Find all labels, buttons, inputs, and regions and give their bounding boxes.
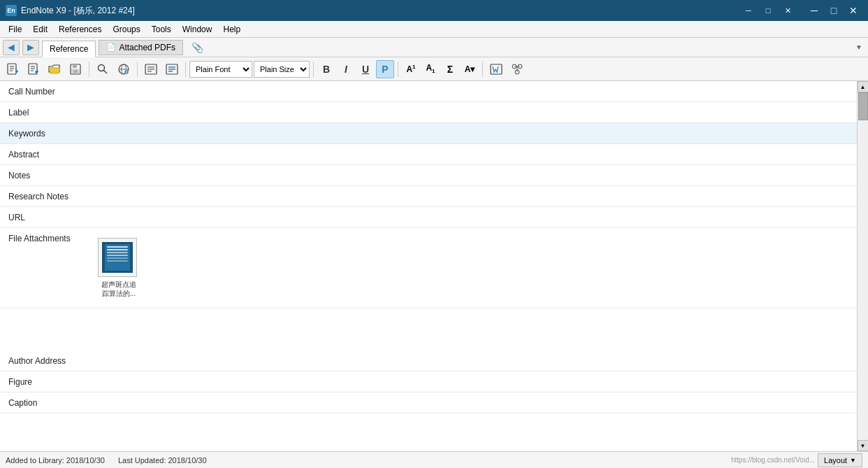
online-search-button[interactable] xyxy=(114,59,133,79)
label-author-address: Author Address xyxy=(8,355,92,366)
sub-close-button[interactable]: ✕ xyxy=(779,3,797,17)
symbol-button[interactable]: Σ xyxy=(441,60,459,78)
field-figure: Figure xyxy=(0,371,857,392)
sub-restore-button[interactable]: □ xyxy=(759,3,777,17)
field-url: URL xyxy=(0,207,857,228)
subscript-button[interactable]: A1 xyxy=(421,60,440,78)
format-bib-icon xyxy=(166,63,178,76)
main-container: Call Number Label Keywords Abstract Note… xyxy=(0,81,868,451)
font-color-button[interactable]: A▾ xyxy=(461,60,479,78)
group-sets-icon xyxy=(511,63,523,76)
attachment-filename: 超声斑点追踪算法的... xyxy=(98,280,140,298)
attachment-area: 超声斑点追踪算法的... xyxy=(98,232,848,304)
scrollbar: ▲ ▼ xyxy=(857,81,868,451)
svg-rect-12 xyxy=(72,69,79,73)
field-abstract: Abstract xyxy=(0,144,857,165)
field-keywords: Keywords xyxy=(0,123,857,144)
label-file-attachments: File Attachments xyxy=(8,232,92,243)
tab-attached-pdfs[interactable]: 📄 Attached PDFs xyxy=(99,40,183,55)
toolbar: Plain Font Plain Size B I U P A1 A1 Σ A▾ xyxy=(0,57,868,81)
status-info: Added to Library: 2018/10/30 Last Update… xyxy=(6,456,207,465)
font-selector[interactable]: Plain Font xyxy=(189,61,252,78)
restore-button[interactable]: □ xyxy=(825,3,843,17)
globe-search-icon xyxy=(117,63,130,76)
field-label: Label xyxy=(0,102,857,123)
back-button[interactable]: ◄ xyxy=(3,40,20,55)
bold-button[interactable]: B xyxy=(317,60,335,78)
separator-2 xyxy=(137,62,138,77)
separator-1 xyxy=(89,62,89,77)
group-sets-button[interactable] xyxy=(507,59,527,79)
scroll-track[interactable] xyxy=(858,92,868,440)
label-research-notes: Research Notes xyxy=(8,190,92,201)
forward-button[interactable]: ► xyxy=(22,40,39,55)
menu-groups[interactable]: Groups xyxy=(107,22,145,37)
scroll-thumb[interactable] xyxy=(858,92,868,120)
edit-ref-button[interactable] xyxy=(24,59,43,79)
tab-reference-label: Reference xyxy=(50,44,88,54)
plain-text-button[interactable]: P xyxy=(376,60,394,78)
sub-minimize-button[interactable]: ─ xyxy=(739,3,758,17)
attachment-thumb-inner xyxy=(102,242,133,273)
tab-pdfs-label: Attached PDFs xyxy=(119,43,175,52)
layout-button[interactable]: Layout ▼ xyxy=(818,453,862,467)
svg-rect-11 xyxy=(73,64,77,68)
content-area[interactable]: Call Number Label Keywords Abstract Note… xyxy=(0,81,857,451)
italic-button[interactable]: I xyxy=(337,60,355,78)
scroll-down-arrow[interactable]: ▼ xyxy=(858,440,869,451)
tab-reference[interactable]: Reference xyxy=(42,41,96,57)
title-bar-title: EndNote X9 - [杨乐, 2012 #24] xyxy=(21,5,135,17)
insert-citation-icon xyxy=(145,63,157,76)
search-icon xyxy=(96,63,109,76)
title-bar: En EndNote X9 - [杨乐, 2012 #24] ─ □ ✕ ─ □… xyxy=(0,0,868,21)
minimize-button[interactable]: ─ xyxy=(805,3,823,17)
watermark-text: https://blog.csdn.net/Void... xyxy=(731,456,815,464)
label-call-number: Call Number xyxy=(8,85,92,97)
field-research-notes: Research Notes xyxy=(0,186,857,207)
paperclip-icon: 📎 xyxy=(191,42,203,53)
svg-point-15 xyxy=(99,64,105,71)
label-caption: Caption xyxy=(8,397,92,408)
separator-6 xyxy=(482,62,483,77)
tabs-bar: ◄ ► Reference 📄 Attached PDFs 📎 ▼ xyxy=(0,38,868,57)
menu-references[interactable]: References xyxy=(53,22,107,37)
svg-line-16 xyxy=(104,70,108,73)
word-processor-button[interactable] xyxy=(486,59,506,79)
spacer-after-attachments xyxy=(0,309,857,350)
open-folder-icon xyxy=(48,63,61,76)
save-button[interactable] xyxy=(66,59,85,79)
format-bibliography-button[interactable] xyxy=(162,59,182,79)
insert-citation-button[interactable] xyxy=(141,59,161,79)
svg-rect-31 xyxy=(491,64,502,74)
menu-bar: File Edit References Groups Tools Window… xyxy=(0,21,868,38)
tabs-dropdown-arrow[interactable]: ▼ xyxy=(855,43,862,51)
separator-4 xyxy=(313,62,314,77)
field-file-attachments: File Attachments xyxy=(0,228,857,309)
title-bar-controls: ─ □ ✕ ─ □ ✕ xyxy=(739,3,862,17)
scroll-up-arrow[interactable]: ▲ xyxy=(858,81,869,92)
pdf-icon: 📄 xyxy=(106,43,116,52)
separator-3 xyxy=(185,62,186,77)
find-button[interactable] xyxy=(93,59,113,79)
field-call-number: Call Number xyxy=(0,81,857,102)
menu-file[interactable]: File xyxy=(3,22,27,37)
menu-tools[interactable]: Tools xyxy=(146,22,177,37)
open-folder-button[interactable] xyxy=(45,59,64,79)
underline-button[interactable]: U xyxy=(356,60,375,78)
value-file-attachments[interactable]: 超声斑点追踪算法的... xyxy=(92,232,848,304)
status-bar: Added to Library: 2018/10/30 Last Update… xyxy=(0,451,868,468)
field-notes: Notes xyxy=(0,165,857,186)
superscript-button[interactable]: A1 xyxy=(402,60,420,78)
close-button[interactable]: ✕ xyxy=(844,3,862,17)
menu-window[interactable]: Window xyxy=(177,22,218,37)
new-ref-icon xyxy=(6,63,19,76)
menu-help[interactable]: Help xyxy=(217,22,246,37)
size-selector[interactable]: Plain Size xyxy=(254,61,310,78)
new-ref-button[interactable] xyxy=(3,59,22,79)
menu-edit[interactable]: Edit xyxy=(27,22,53,37)
attachment-thumbnail[interactable] xyxy=(98,238,137,277)
edit-ref-icon xyxy=(27,63,40,76)
status-bar-right: https://blog.csdn.net/Void... Layout ▼ xyxy=(731,453,862,467)
label-label: Label xyxy=(8,106,92,118)
word-processor-icon xyxy=(490,63,502,76)
